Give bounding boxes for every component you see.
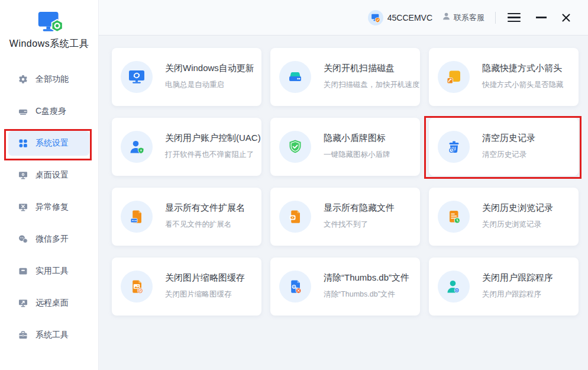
app-logo-area: Windows系统工具 [0, 0, 98, 50]
monitor-refresh-icon [121, 61, 153, 93]
sidebar: Windows系统工具 全部功能 C盘瘦身 系统设置 [0, 0, 99, 370]
card-disable-user-tracking[interactable]: 关闭用户跟踪程序 关闭用户跟踪程序 [429, 258, 579, 316]
app-window: Windows系统工具 全部功能 C盘瘦身 系统设置 [0, 0, 588, 370]
card-title: 清除“Thumbs.db”文件 [324, 272, 409, 284]
sidebar-item-utility-tools[interactable]: 实用工具 [8, 259, 89, 284]
account-id: 45CCEMVC [387, 13, 432, 22]
card-subtitle: 一键隐藏图标小盾牌 [324, 150, 390, 160]
card-subtitle: 关闭图片缩略图缓存 [165, 289, 245, 300]
briefcase-icon [18, 330, 28, 340]
card-title: 关闭Windows自动更新 [165, 63, 254, 74]
file-extension-icon [121, 201, 153, 233]
user-shield-icon [121, 131, 153, 163]
card-title: 清空历史记录 [482, 133, 535, 144]
sidebar-item-label: 桌面设置 [35, 170, 69, 181]
trash-history-icon [438, 131, 470, 163]
sidebar-item-error-repair[interactable]: 异常修复 [8, 195, 89, 220]
card-subtitle: 清除“Thumbs.db”文件 [324, 289, 409, 300]
sidebar-item-desktop-settings[interactable]: 桌面设置 [8, 163, 89, 188]
sidebar-item-label: 系统工具 [35, 330, 69, 340]
app-logo-icon [34, 25, 64, 35]
grid-icon [18, 139, 28, 148]
topbar: 45CCEMVC 联系客服 [99, 0, 588, 36]
file-gear-delete-icon [279, 271, 311, 303]
card-subtitle: 打开软件再也不弹窗阻止了 [165, 150, 261, 160]
card-subtitle: 清空历史记录 [482, 150, 535, 160]
shortcut-arrow-icon [438, 61, 470, 93]
card-subtitle: 关闭历史浏览记录 [482, 220, 553, 230]
document-clock-icon [438, 201, 470, 233]
remote-desktop-icon [18, 298, 28, 308]
card-title: 关闭历史浏览记录 [482, 202, 553, 214]
feature-card-grid: 关闭Windows自动更新 电脑总是自动重启 关闭开机扫描磁盘 关闭扫描磁盘，加… [112, 48, 588, 316]
card-title: 隐藏快捷方式小箭头 [482, 63, 564, 74]
sidebar-item-label: C盘瘦身 [35, 106, 66, 117]
sidebar-item-label: 微信多开 [35, 234, 69, 244]
hard-disk-icon [18, 107, 28, 116]
sidebar-menu: 全部功能 C盘瘦身 系统设置 桌面设置 [0, 67, 98, 348]
sidebar-item-remote-desktop[interactable]: 远程桌面 [8, 291, 89, 316]
card-clear-thumbs-db[interactable]: 清除“Thumbs.db”文件 清除“Thumbs.db”文件 [270, 258, 420, 316]
contact-support-button[interactable]: 联系客服 [442, 12, 484, 23]
account-shield-badge-icon [368, 10, 383, 25]
hamburger-menu-icon[interactable] [508, 9, 521, 26]
monitor-repair-icon [18, 202, 28, 212]
account-area[interactable]: 45CCEMVC [368, 10, 432, 25]
sidebar-item-system-tools[interactable]: 系统工具 [8, 323, 89, 348]
contact-support-label: 联系客服 [454, 12, 484, 23]
right-pane: 45CCEMVC 联系客服 [99, 0, 588, 370]
main-content: 关闭Windows自动更新 电脑总是自动重启 关闭开机扫描磁盘 关闭扫描磁盘，加… [99, 36, 588, 370]
card-disable-boot-disk-scan[interactable]: 关闭开机扫描磁盘 关闭扫描磁盘，加快开机速度 [270, 48, 420, 106]
monitor-gear-icon [18, 170, 28, 180]
disk-scan-icon [279, 61, 311, 93]
card-hide-shortcut-arrow[interactable]: 隐藏快捷方式小箭头 快捷方式小箭头是否隐藏 [429, 48, 579, 106]
shield-check-icon [279, 131, 311, 163]
close-icon[interactable] [561, 12, 571, 23]
minimize-icon[interactable] [536, 17, 547, 18]
app-title: Windows系统工具 [0, 38, 98, 50]
sidebar-item-wechat-multi[interactable]: 微信多开 [8, 227, 89, 252]
gear-icon [18, 75, 28, 84]
card-title: 关闭开机扫描磁盘 [324, 63, 420, 74]
sidebar-item-system-settings[interactable]: 系统设置 [8, 131, 89, 156]
file-eye-icon [279, 201, 311, 233]
user-tracking-icon [438, 271, 470, 303]
card-disable-windows-update[interactable]: 关闭Windows自动更新 电脑总是自动重启 [112, 48, 261, 106]
card-disable-browsing-history[interactable]: 关闭历史浏览记录 关闭历史浏览记录 [429, 188, 579, 246]
wechat-icon [18, 234, 28, 244]
sidebar-item-label: 远程桌面 [35, 298, 69, 308]
card-subtitle: 看不见文件的扩展名 [165, 220, 245, 230]
sidebar-item-label: 异常修复 [35, 202, 69, 213]
card-disable-uac[interactable]: 关闭用户账户控制(UAC) 打开软件再也不弹窗阻止了 [112, 118, 261, 176]
person-icon [442, 12, 451, 23]
sidebar-item-label: 全部功能 [35, 74, 69, 85]
card-title: 隐藏小盾牌图标 [324, 133, 390, 144]
topbar-divider [495, 12, 496, 24]
card-title: 关闭用户跟踪程序 [482, 272, 553, 284]
card-show-file-extensions[interactable]: 显示所有文件扩展名 看不见文件的扩展名 [112, 188, 261, 246]
image-cache-icon [121, 271, 153, 303]
card-title: 关闭图片缩略图缓存 [165, 272, 245, 284]
card-clear-history[interactable]: 清空历史记录 清空历史记录 [429, 118, 579, 176]
sidebar-item-all-features[interactable]: 全部功能 [8, 67, 89, 92]
card-title: 显示所有文件扩展名 [165, 202, 245, 214]
toolbox-icon [18, 266, 28, 276]
card-disable-thumbnail-cache[interactable]: 关闭图片缩略图缓存 关闭图片缩略图缓存 [112, 258, 261, 316]
card-title: 显示所有隐藏文件 [324, 202, 395, 214]
card-subtitle: 关闭扫描磁盘，加快开机速度 [324, 80, 420, 90]
sidebar-item-label: 系统设置 [35, 138, 69, 149]
card-show-hidden-files[interactable]: 显示所有隐藏文件 文件找不到了 [270, 188, 420, 246]
card-subtitle: 快捷方式小箭头是否隐藏 [482, 80, 564, 90]
card-hide-shield-icon[interactable]: 隐藏小盾牌图标 一键隐藏图标小盾牌 [270, 118, 420, 176]
sidebar-item-c-drive-slim[interactable]: C盘瘦身 [8, 99, 89, 124]
card-subtitle: 电脑总是自动重启 [165, 80, 254, 90]
card-title: 关闭用户账户控制(UAC) [165, 133, 261, 144]
sidebar-item-label: 实用工具 [35, 266, 69, 276]
card-subtitle: 文件找不到了 [324, 220, 395, 230]
card-subtitle: 关闭用户跟踪程序 [482, 289, 553, 300]
